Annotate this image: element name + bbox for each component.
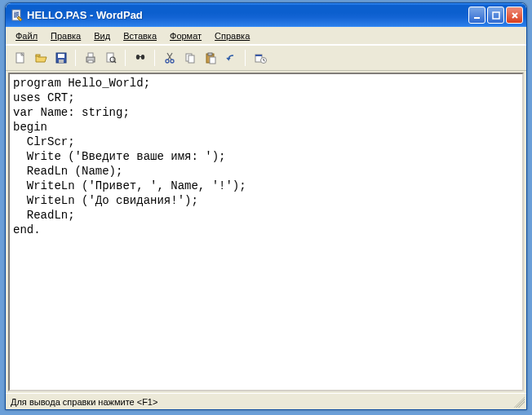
menubar: Файл Правка Вид Вставка Формат Справка xyxy=(6,27,526,45)
svg-rect-21 xyxy=(208,53,212,55)
svg-point-17 xyxy=(171,60,174,63)
maximize-button[interactable] xyxy=(487,7,504,24)
svg-rect-19 xyxy=(188,55,194,63)
close-button[interactable] xyxy=(506,7,523,24)
status-text: Для вывода справки нажмите <F1> xyxy=(11,397,157,407)
menu-file[interactable]: Файл xyxy=(9,29,44,42)
toolbar-separator xyxy=(75,50,76,66)
toolbar-separator xyxy=(154,50,155,66)
app-icon xyxy=(11,9,24,22)
menu-help[interactable]: Справка xyxy=(208,29,256,42)
new-button[interactable] xyxy=(11,49,29,67)
titlebar[interactable]: HELLO.PAS - WordPad xyxy=(6,3,526,27)
svg-rect-9 xyxy=(88,53,93,57)
editor-area xyxy=(8,73,524,391)
svg-point-16 xyxy=(166,60,169,63)
menu-view[interactable]: Вид xyxy=(87,29,117,42)
toolbar-separator xyxy=(125,50,126,66)
toolbar xyxy=(6,45,526,71)
open-button[interactable] xyxy=(31,49,50,67)
svg-rect-4 xyxy=(36,55,40,56)
copy-button[interactable] xyxy=(180,49,199,67)
cut-button[interactable] xyxy=(160,49,179,67)
find-button[interactable] xyxy=(131,49,149,67)
toolbar-separator xyxy=(245,50,246,66)
menu-edit[interactable]: Правка xyxy=(44,29,87,42)
preview-button[interactable] xyxy=(101,49,120,67)
svg-point-15 xyxy=(140,55,144,60)
svg-line-13 xyxy=(114,61,116,63)
svg-rect-7 xyxy=(59,60,64,63)
svg-rect-6 xyxy=(58,54,64,58)
svg-rect-22 xyxy=(210,57,215,64)
window-title: HELLO.PAS - WordPad xyxy=(27,9,468,21)
print-button[interactable] xyxy=(81,49,100,67)
text-editor[interactable] xyxy=(10,74,522,390)
svg-rect-1 xyxy=(474,17,480,19)
svg-rect-10 xyxy=(88,60,93,63)
statusbar: Для вывода справки нажмите <F1> xyxy=(6,393,526,409)
datetime-button[interactable] xyxy=(250,49,269,67)
app-window: HELLO.PAS - WordPad Файл Правка Вид Вста… xyxy=(5,2,527,410)
window-buttons xyxy=(468,7,523,24)
minimize-button[interactable] xyxy=(468,7,485,24)
undo-button[interactable] xyxy=(221,49,240,67)
paste-button[interactable] xyxy=(201,49,219,67)
menu-insert[interactable]: Вставка xyxy=(117,29,163,42)
svg-point-14 xyxy=(135,55,139,60)
menu-format[interactable]: Формат xyxy=(163,29,208,42)
svg-rect-2 xyxy=(493,12,499,19)
resize-grip-icon[interactable] xyxy=(513,396,525,408)
svg-rect-24 xyxy=(255,55,262,56)
save-button[interactable] xyxy=(51,49,70,67)
